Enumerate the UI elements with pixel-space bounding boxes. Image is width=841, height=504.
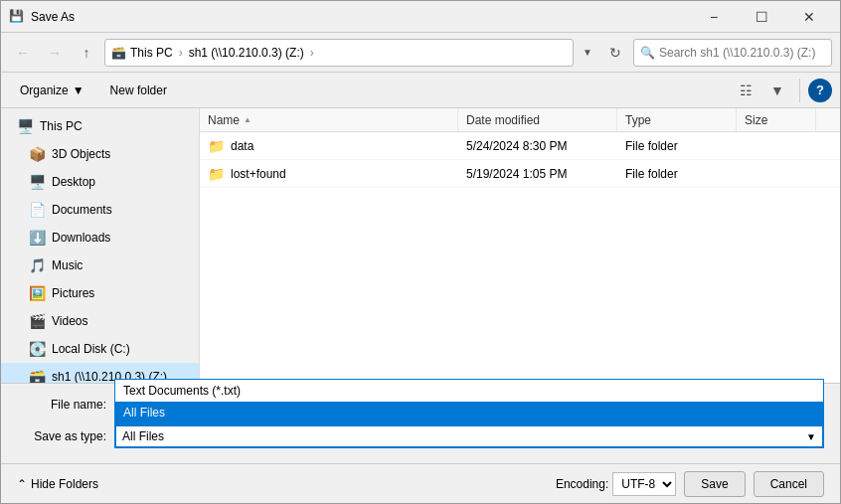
local-disk-icon: 💽 — [29, 341, 46, 357]
sh1-drive-icon: 🗃️ — [29, 369, 46, 383]
organize-chevron-icon: ▼ — [73, 84, 84, 97]
sidebar-label-pictures: Pictures — [52, 286, 94, 300]
path-sep2: › — [310, 46, 314, 60]
sidebar-label-downloads: Downloads — [52, 231, 110, 245]
save-button[interactable]: Save — [684, 471, 745, 497]
bottom-actions: ⌃ Hide Folders Encoding: UTF-8 Save Canc… — [1, 463, 840, 503]
view-dropdown-button[interactable]: ▼ — [763, 77, 791, 104]
savetype-row: Save as type: All Files ▼ Text Documents… — [17, 423, 824, 449]
videos-icon: 🎬 — [29, 313, 46, 329]
forward-button[interactable]: → — [41, 39, 69, 67]
savetype-display[interactable]: All Files ▼ — [114, 424, 824, 448]
path-drive: sh1 (\\10.210.0.3) (Z:) — [189, 46, 304, 60]
sidebar-label-this-pc: This PC — [40, 119, 83, 133]
file-cell-type-lostfound: File folder — [617, 167, 737, 181]
this-pc-icon: 🖥️ — [17, 118, 34, 134]
organize-button[interactable]: Organize ▼ — [9, 77, 95, 104]
path-this-pc: This PC — [130, 46, 173, 60]
title-bar: 💾 Save As − ☐ ✕ — [1, 1, 840, 33]
file-list-header: Name ▲ Date modified Type Size — [200, 108, 840, 132]
col-header-date[interactable]: Date modified — [458, 108, 617, 131]
savetype-chevron-icon: ▼ — [806, 431, 816, 442]
address-bar: ← → ↑ 🗃️ This PC › sh1 (\\10.210.0.3) (Z… — [1, 33, 840, 73]
sidebar-label-local-disk: Local Disk (C:) — [52, 342, 130, 356]
search-icon: 🔍 — [640, 46, 655, 60]
sidebar-label-desktop: Desktop — [52, 175, 95, 189]
refresh-button[interactable]: ↻ — [601, 39, 629, 67]
sidebar-item-local-disk[interactable]: 💽 Local Disk (C:) — [1, 335, 199, 363]
file-cell-name-data: 📁 data — [200, 138, 458, 154]
content-area: 🖥️ This PC 📦 3D Objects 🖥️ Desktop 📄 Doc… — [1, 108, 840, 383]
file-cell-type-data: File folder — [617, 139, 737, 153]
downloads-icon: ⬇️ — [29, 230, 46, 246]
hide-folders-label: Hide Folders — [31, 477, 98, 491]
table-row[interactable]: 📁 lost+found 5/19/2024 1:05 PM File fold… — [200, 160, 840, 188]
dropdown-item-txt[interactable]: Text Documents (*.txt) — [115, 380, 823, 402]
table-row[interactable]: 📁 data 5/24/2024 8:30 PM File folder — [200, 132, 840, 160]
toolbar-sep — [799, 79, 800, 102]
window-icon: 💾 — [9, 9, 25, 25]
sidebar-item-this-pc[interactable]: 🖥️ This PC — [1, 112, 199, 140]
savetype-value: All Files — [122, 429, 806, 443]
new-folder-label: New folder — [110, 84, 167, 97]
savetype-select-wrapper: All Files ▼ Text Documents (*.txt) All F… — [114, 424, 824, 448]
hide-folders-button[interactable]: ⌃ Hide Folders — [17, 477, 98, 491]
file-name-lostfound: lost+found — [231, 167, 286, 181]
col-header-name[interactable]: Name ▲ — [200, 108, 458, 131]
sidebar: 🖥️ This PC 📦 3D Objects 🖥️ Desktop 📄 Doc… — [1, 108, 200, 383]
path-dropdown-button[interactable]: ▼ — [578, 39, 597, 67]
path-icon: 🗃️ — [111, 46, 126, 60]
sidebar-item-videos[interactable]: 🎬 Videos — [1, 307, 199, 335]
sidebar-item-3d-objects[interactable]: 📦 3D Objects — [1, 140, 199, 168]
address-path[interactable]: 🗃️ This PC › sh1 (\\10.210.0.3) (Z:) › — [104, 39, 574, 67]
file-cell-date-lostfound: 5/19/2024 1:05 PM — [458, 167, 617, 181]
search-box[interactable]: 🔍 — [633, 39, 832, 67]
new-folder-button[interactable]: New folder — [99, 77, 178, 104]
minimize-button[interactable]: − — [691, 3, 737, 31]
savetype-label: Save as type: — [17, 429, 106, 443]
encoding-select-wrapper: Encoding: UTF-8 — [556, 472, 676, 496]
sidebar-label-3d-objects: 3D Objects — [52, 147, 110, 161]
sidebar-item-downloads[interactable]: ⬇️ Downloads — [1, 224, 199, 252]
sidebar-item-desktop[interactable]: 🖥️ Desktop — [1, 168, 199, 196]
file-list: Name ▲ Date modified Type Size 📁 data — [200, 108, 840, 383]
documents-icon: 📄 — [29, 202, 46, 218]
help-button[interactable]: ? — [808, 79, 832, 102]
col-header-size[interactable]: Size — [737, 108, 816, 131]
save-as-dialog: 💾 Save As − ☐ ✕ ← → ↑ 🗃️ This PC › sh1 (… — [0, 0, 841, 504]
cancel-button[interactable]: Cancel — [754, 471, 824, 497]
folder-icon-data: 📁 — [208, 138, 225, 154]
sidebar-label-videos: Videos — [52, 314, 87, 328]
col-header-type[interactable]: Type — [617, 108, 737, 131]
sidebar-label-documents: Documents — [52, 203, 112, 217]
col-type-label: Type — [625, 113, 651, 127]
up-button[interactable]: ↑ — [73, 39, 100, 67]
close-button[interactable]: ✕ — [786, 3, 832, 31]
bottom-panel: File name: ▼ Save as type: All Files ▼ T… — [1, 383, 840, 463]
3d-objects-icon: 📦 — [29, 146, 46, 162]
sort-arrow-name: ▲ — [244, 115, 252, 124]
sidebar-item-pictures[interactable]: 🖼️ Pictures — [1, 279, 199, 307]
sidebar-item-documents[interactable]: 📄 Documents — [1, 196, 199, 224]
col-date-label: Date modified — [466, 113, 540, 127]
dropdown-item-all[interactable]: All Files — [115, 402, 823, 423]
window-title: Save As — [31, 10, 691, 24]
window-controls: − ☐ ✕ — [691, 3, 832, 31]
maximize-button[interactable]: ☐ — [739, 3, 784, 31]
view-toggle-button[interactable]: ☷ — [732, 77, 759, 104]
col-name-label: Name — [208, 113, 240, 127]
search-input[interactable] — [659, 46, 825, 60]
sidebar-item-music[interactable]: 🎵 Music — [1, 252, 199, 279]
back-button[interactable]: ← — [9, 39, 37, 67]
encoding-select[interactable]: UTF-8 — [612, 472, 676, 496]
file-name-data: data — [231, 139, 253, 153]
organize-label: Organize — [20, 84, 69, 97]
sidebar-label-music: Music — [52, 258, 83, 272]
desktop-icon: 🖥️ — [29, 174, 46, 190]
folder-icon-lostfound: 📁 — [208, 166, 225, 182]
music-icon: 🎵 — [29, 257, 46, 273]
encoding-label: Encoding: — [556, 477, 608, 491]
savetype-dropdown: Text Documents (*.txt) All Files — [114, 379, 824, 424]
pictures-icon: 🖼️ — [29, 285, 46, 301]
toolbar: Organize ▼ New folder ☷ ▼ ? — [1, 73, 840, 108]
